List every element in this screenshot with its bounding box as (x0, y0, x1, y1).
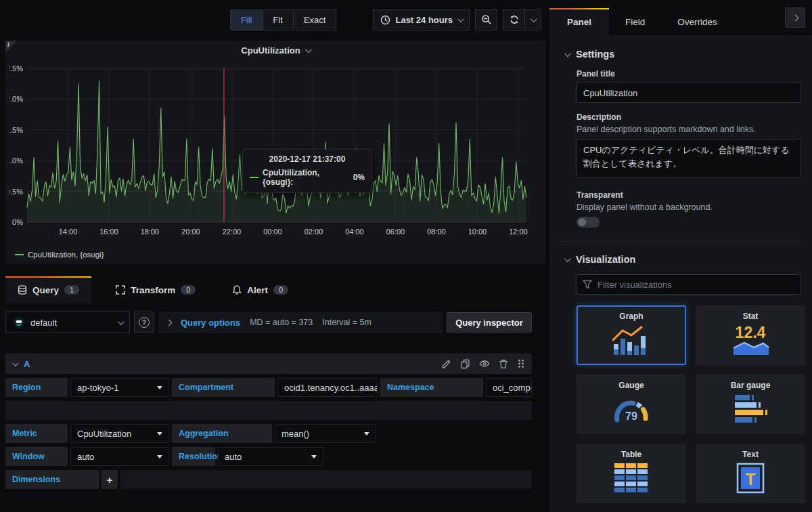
panel-title-input[interactable] (577, 83, 801, 103)
time-range-picker[interactable]: Last 24 hours (373, 9, 470, 30)
svg-text:0.5%: 0.5% (9, 188, 23, 196)
viz-card-bar-gauge[interactable]: Bar gauge (696, 375, 805, 434)
query-a-header[interactable]: A (5, 354, 532, 374)
svg-text:2.5%: 2.5% (9, 64, 23, 72)
tooltip-series-value: 0% (353, 173, 365, 182)
svg-text:1.0%: 1.0% (9, 156, 23, 165)
query-row-metric: Metric CpuUtilization Aggregation mean() (5, 424, 532, 443)
tab-label: Transform (131, 285, 175, 295)
bell-icon (232, 285, 242, 295)
interval-value: Interval = 5m (322, 318, 371, 327)
duplicate-copy-icon[interactable] (460, 359, 470, 369)
hide-eye-icon[interactable] (479, 359, 490, 368)
tab-label: Alert (247, 285, 268, 295)
collapse-pane-button[interactable] (785, 7, 805, 28)
svg-text:16:00: 16:00 (99, 228, 118, 236)
svg-text:20:00: 20:00 (181, 228, 200, 236)
metric-value: CpuUtilization (77, 429, 131, 439)
refresh-button[interactable] (503, 9, 525, 30)
namespace-value: oci_compute (493, 383, 532, 393)
edit-pencil-icon[interactable] (441, 359, 451, 369)
viz-card-label: Table (621, 450, 641, 459)
view-mode-label: Fit (273, 15, 283, 25)
chevron-down-icon (457, 16, 464, 22)
panel-info-corner[interactable]: i (5, 41, 17, 52)
viz-card-table[interactable]: Table (577, 444, 686, 503)
namespace-input[interactable]: oci_compute (486, 378, 532, 397)
view-mode-exact-button[interactable]: Exact (293, 9, 337, 30)
refresh-interval-dropdown[interactable] (525, 9, 541, 30)
viz-card-graph[interactable]: Graph (577, 305, 686, 365)
transparent-help-text: Display panel without a background. (577, 202, 801, 212)
svg-text:14:00: 14:00 (59, 228, 78, 236)
svg-text:1.5%: 1.5% (9, 126, 23, 134)
zoom-out-button[interactable] (475, 9, 497, 30)
tab-field[interactable]: Field (609, 8, 661, 35)
query-row-dimensions: Dimensions + (5, 470, 532, 489)
caret-down-icon (157, 432, 162, 435)
query-row-spacer (5, 401, 532, 420)
bar-gauge-viz-icon (731, 393, 770, 425)
compartment-input[interactable]: ocid1.tenancy.oc1..aaaa (277, 378, 378, 397)
visualization-section-header[interactable]: Visualization (559, 254, 801, 265)
tab-transform[interactable]: Transform 0 (104, 276, 208, 303)
region-select[interactable]: ap-tokyo-1 (70, 378, 169, 397)
tab-label: Query (32, 285, 59, 295)
tab-overrides[interactable]: Overrides (661, 8, 734, 35)
toggle-knob (578, 218, 586, 226)
time-range-label: Last 24 hours (395, 15, 453, 25)
settings-section-header[interactable]: Settings (559, 49, 801, 60)
chevron-right-icon (792, 14, 798, 21)
svg-text:00:00: 00:00 (263, 228, 282, 236)
tab-panel[interactable]: Panel (549, 8, 609, 35)
view-mode-label: Fill (241, 15, 252, 25)
view-mode-fit-button[interactable]: Fit (263, 9, 294, 30)
section-divider (559, 241, 801, 242)
view-mode-fill-button[interactable]: Fill (230, 9, 263, 30)
series-color-dash (15, 254, 24, 255)
chart-legend[interactable]: CpuUtilization, {osugi} (15, 251, 104, 259)
panel-title-field: Panel title (577, 69, 801, 103)
svg-text:12.4: 12.4 (736, 324, 766, 341)
filter-visualizations-input[interactable] (577, 274, 801, 295)
metric-select[interactable]: CpuUtilization (70, 424, 169, 443)
info-icon: i (7, 41, 9, 48)
description-field-label: Description (577, 112, 801, 122)
resolution-select[interactable]: auto (218, 447, 323, 466)
svg-text:0%: 0% (12, 218, 23, 226)
panel-title-menu[interactable]: CpuUtilization (5, 41, 545, 60)
datasource-help-button[interactable]: ? (134, 312, 154, 333)
description-field: Description Panel description supports m… (577, 112, 801, 181)
options-pane: Panel Field Overrides Settings Panel tit… (549, 0, 812, 512)
viz-card-label: Graph (619, 312, 643, 321)
svg-text:2.0%: 2.0% (9, 95, 23, 103)
query-inspector-button[interactable]: Query inspector (447, 312, 532, 333)
query-ref-id: A (24, 359, 30, 369)
transparent-field-label: Transparent (577, 190, 801, 200)
drag-handle-icon[interactable] (517, 359, 525, 368)
tab-alert[interactable]: Alert 0 (220, 276, 300, 303)
add-dimension-button[interactable]: + (102, 470, 118, 489)
compartment-value: ocid1.tenancy.oc1..aaaa (284, 383, 378, 393)
aggregation-select[interactable]: mean() (275, 424, 376, 443)
trash-icon[interactable] (499, 359, 508, 369)
svg-text:12:00: 12:00 (509, 228, 528, 236)
aggregation-label: Aggregation (172, 424, 272, 443)
transparent-toggle[interactable] (577, 217, 600, 228)
caret-down-icon (364, 432, 369, 435)
text-viz-icon: T (731, 462, 770, 494)
window-select[interactable]: auto (70, 447, 169, 466)
query-options-bar[interactable]: Query options MD = auto = 373 Interval =… (158, 312, 443, 333)
description-textarea[interactable]: CPUのアクティビティ・レベル。合計時間に対する割合として表されます。 (577, 139, 801, 178)
tab-query[interactable]: Query 1 (5, 276, 91, 303)
viz-card-text[interactable]: Text T (696, 444, 805, 503)
datasource-picker[interactable]: default (5, 312, 130, 333)
viz-card-gauge[interactable]: Gauge 79 (577, 375, 686, 434)
tooltip-series-name: CpuUtilization, {osugi}: (263, 168, 349, 187)
viz-card-label: Text (742, 450, 759, 459)
view-mode-label: Exact (304, 15, 326, 25)
query-editor-a: A (5, 354, 532, 489)
window-label: Window (5, 447, 68, 466)
viz-card-stat[interactable]: Stat 12.4 (696, 305, 805, 365)
transparent-field: Transparent Display panel without a back… (577, 190, 801, 228)
